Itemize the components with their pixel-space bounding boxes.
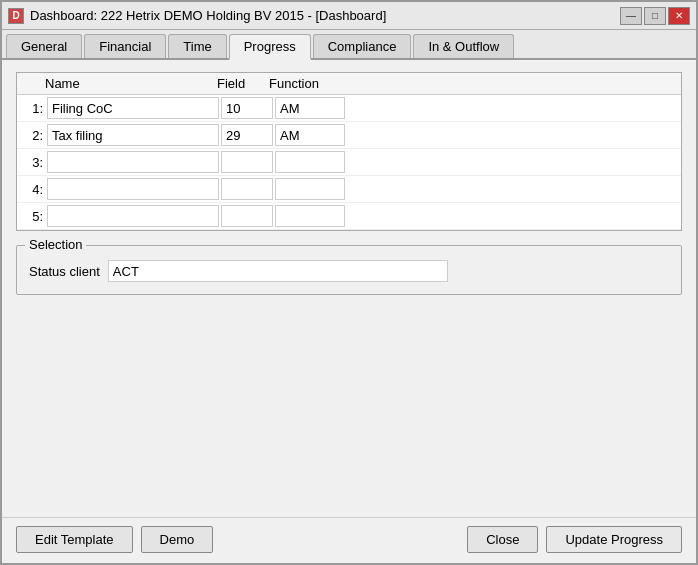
row-name-5[interactable] [47,205,219,227]
tab-progress[interactable]: Progress [229,34,311,60]
close-button[interactable]: Close [467,526,538,553]
row-function-5[interactable] [275,205,345,227]
progress-table: Name Field Function 1: 2: 3: [16,72,682,231]
row-function-4[interactable] [275,178,345,200]
row-function-1[interactable] [275,97,345,119]
tab-general[interactable]: General [6,34,82,58]
header-num [21,76,45,91]
row-name-3[interactable] [47,151,219,173]
row-function-3[interactable] [275,151,345,173]
tab-time[interactable]: Time [168,34,226,58]
header-function: Function [269,76,339,91]
row-name-2[interactable] [47,124,219,146]
tab-compliance[interactable]: Compliance [313,34,412,58]
row-num-3: 3: [21,155,45,170]
edit-template-button[interactable]: Edit Template [16,526,133,553]
row-num-5: 5: [21,209,45,224]
status-client-input[interactable] [108,260,448,282]
minimize-button[interactable]: — [620,7,642,25]
footer-right: Close Update Progress [467,526,682,553]
table-header: Name Field Function [17,73,681,95]
maximize-button[interactable]: □ [644,7,666,25]
row-field-2[interactable] [221,124,273,146]
table-row: 4: [17,176,681,203]
app-icon: D [8,8,24,24]
row-field-5[interactable] [221,205,273,227]
main-window: D Dashboard: 222 Hetrix DEMO Holding BV … [0,0,698,565]
footer: Edit Template Demo Close Update Progress [2,517,696,563]
row-field-3[interactable] [221,151,273,173]
header-field: Field [217,76,269,91]
title-buttons: — □ ✕ [620,7,690,25]
footer-left: Edit Template Demo [16,526,213,553]
title-bar-left: D Dashboard: 222 Hetrix DEMO Holding BV … [8,8,386,24]
row-function-2[interactable] [275,124,345,146]
row-name-1[interactable] [47,97,219,119]
row-name-4[interactable] [47,178,219,200]
tab-bar: General Financial Time Progress Complian… [2,30,696,60]
demo-button[interactable]: Demo [141,526,214,553]
status-client-label: Status client [29,264,100,279]
selection-row: Status client [29,260,669,282]
table-row: 1: [17,95,681,122]
content-area: Name Field Function 1: 2: 3: [2,60,696,517]
row-field-4[interactable] [221,178,273,200]
selection-legend: Selection [25,237,86,252]
title-bar: D Dashboard: 222 Hetrix DEMO Holding BV … [2,2,696,30]
table-row: 3: [17,149,681,176]
header-name: Name [45,76,217,91]
table-row: 2: [17,122,681,149]
tab-inoutflow[interactable]: In & Outflow [413,34,514,58]
selection-group: Selection Status client [16,245,682,295]
tab-financial[interactable]: Financial [84,34,166,58]
update-progress-button[interactable]: Update Progress [546,526,682,553]
close-window-button[interactable]: ✕ [668,7,690,25]
row-num-4: 4: [21,182,45,197]
window-title: Dashboard: 222 Hetrix DEMO Holding BV 20… [30,8,386,23]
table-row: 5: [17,203,681,230]
row-num-1: 1: [21,101,45,116]
row-field-1[interactable] [221,97,273,119]
row-num-2: 2: [21,128,45,143]
